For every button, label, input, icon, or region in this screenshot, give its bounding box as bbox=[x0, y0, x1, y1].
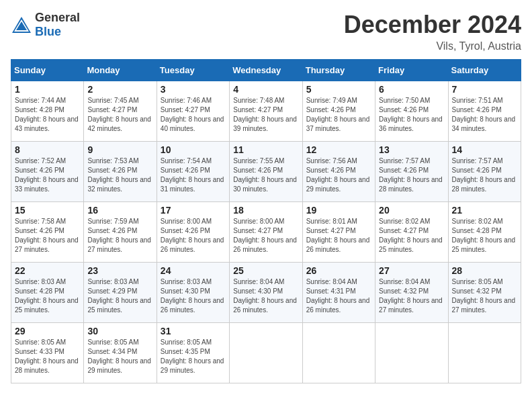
day-info: Sunrise: 8:00 AMSunset: 4:26 PMDaylight:… bbox=[161, 217, 226, 255]
empty-cell bbox=[230, 323, 302, 383]
day-number: 30 bbox=[87, 326, 152, 336]
calendar-day-10: 10Sunrise: 7:54 AMSunset: 4:26 PMDayligh… bbox=[157, 142, 229, 202]
day-header-saturday: Saturday bbox=[448, 60, 521, 81]
day-number: 24 bbox=[161, 265, 226, 276]
day-number: 6 bbox=[379, 84, 444, 95]
calendar-day-6: 6Sunrise: 7:50 AMSunset: 4:26 PMDaylight… bbox=[375, 81, 448, 142]
day-info: Sunrise: 8:02 AMSunset: 4:28 PMDaylight:… bbox=[452, 217, 517, 255]
calendar-day-31: 31Sunrise: 8:05 AMSunset: 4:35 PMDayligh… bbox=[157, 323, 229, 383]
page-header: General Blue December 2024 Vils, Tyrol, … bbox=[11, 11, 521, 52]
day-header-sunday: Sunday bbox=[11, 60, 84, 81]
month-title: December 2024 bbox=[344, 11, 521, 39]
day-info: Sunrise: 7:55 AMSunset: 4:26 PMDaylight:… bbox=[233, 156, 298, 194]
calendar-day-13: 13Sunrise: 7:57 AMSunset: 4:26 PMDayligh… bbox=[375, 142, 448, 202]
day-number: 18 bbox=[233, 205, 298, 216]
day-number: 8 bbox=[15, 144, 80, 155]
day-info: Sunrise: 7:56 AMSunset: 4:26 PMDaylight:… bbox=[306, 156, 371, 194]
calendar-day-14: 14Sunrise: 7:57 AMSunset: 4:26 PMDayligh… bbox=[448, 142, 521, 202]
calendar-day-21: 21Sunrise: 8:02 AMSunset: 4:28 PMDayligh… bbox=[448, 202, 521, 263]
day-number: 20 bbox=[379, 205, 444, 216]
day-number: 19 bbox=[306, 205, 371, 216]
day-number: 14 bbox=[452, 144, 517, 155]
calendar-day-5: 5Sunrise: 7:49 AMSunset: 4:26 PMDaylight… bbox=[302, 81, 375, 142]
calendar-day-1: 1Sunrise: 7:44 AMSunset: 4:28 PMDaylight… bbox=[11, 81, 84, 142]
day-info: Sunrise: 7:57 AMSunset: 4:26 PMDaylight:… bbox=[379, 156, 444, 194]
calendar-day-9: 9Sunrise: 7:53 AMSunset: 4:26 PMDaylight… bbox=[84, 142, 157, 202]
day-info: Sunrise: 8:03 AMSunset: 4:29 PMDaylight:… bbox=[87, 277, 152, 315]
calendar-day-30: 30Sunrise: 8:05 AMSunset: 4:34 PMDayligh… bbox=[84, 323, 157, 383]
day-info: Sunrise: 7:44 AMSunset: 4:28 PMDaylight:… bbox=[15, 96, 80, 134]
calendar-day-20: 20Sunrise: 8:02 AMSunset: 4:27 PMDayligh… bbox=[375, 202, 448, 263]
day-number: 31 bbox=[161, 326, 226, 336]
day-info: Sunrise: 7:45 AMSunset: 4:27 PMDaylight:… bbox=[87, 96, 152, 134]
day-number: 28 bbox=[452, 265, 517, 276]
calendar-day-12: 12Sunrise: 7:56 AMSunset: 4:26 PMDayligh… bbox=[302, 142, 375, 202]
day-info: Sunrise: 8:03 AMSunset: 4:30 PMDaylight:… bbox=[161, 277, 226, 315]
calendar-day-11: 11Sunrise: 7:55 AMSunset: 4:26 PMDayligh… bbox=[230, 142, 302, 202]
day-info: Sunrise: 8:04 AMSunset: 4:31 PMDaylight:… bbox=[306, 277, 371, 315]
day-number: 10 bbox=[161, 144, 226, 155]
day-number: 26 bbox=[306, 265, 371, 276]
day-info: Sunrise: 7:48 AMSunset: 4:27 PMDaylight:… bbox=[233, 96, 298, 134]
day-number: 3 bbox=[161, 84, 226, 95]
logo-icon bbox=[11, 15, 32, 34]
day-info: Sunrise: 7:46 AMSunset: 4:27 PMDaylight:… bbox=[161, 96, 226, 134]
day-number: 9 bbox=[87, 144, 152, 155]
day-number: 25 bbox=[233, 265, 298, 276]
day-info: Sunrise: 7:49 AMSunset: 4:26 PMDaylight:… bbox=[306, 96, 371, 134]
calendar-day-16: 16Sunrise: 7:59 AMSunset: 4:26 PMDayligh… bbox=[84, 202, 157, 263]
day-number: 4 bbox=[233, 84, 298, 95]
day-info: Sunrise: 7:51 AMSunset: 4:26 PMDaylight:… bbox=[452, 96, 517, 134]
day-info: Sunrise: 7:57 AMSunset: 4:26 PMDaylight:… bbox=[452, 156, 517, 194]
calendar-day-27: 27Sunrise: 8:04 AMSunset: 4:32 PMDayligh… bbox=[375, 263, 448, 323]
calendar-day-3: 3Sunrise: 7:46 AMSunset: 4:27 PMDaylight… bbox=[157, 81, 229, 142]
day-number: 15 bbox=[15, 205, 80, 216]
calendar-day-28: 28Sunrise: 8:05 AMSunset: 4:32 PMDayligh… bbox=[448, 263, 521, 323]
day-info: Sunrise: 7:53 AMSunset: 4:26 PMDaylight:… bbox=[87, 156, 152, 194]
day-number: 12 bbox=[306, 144, 371, 155]
calendar-day-26: 26Sunrise: 8:04 AMSunset: 4:31 PMDayligh… bbox=[302, 263, 375, 323]
calendar: SundayMondayTuesdayWednesdayThursdayFrid… bbox=[11, 59, 521, 383]
day-number: 22 bbox=[15, 265, 80, 276]
day-number: 27 bbox=[379, 265, 444, 276]
logo: General Blue bbox=[11, 11, 80, 39]
day-info: Sunrise: 7:50 AMSunset: 4:26 PMDaylight:… bbox=[379, 96, 444, 134]
day-header-friday: Friday bbox=[375, 60, 448, 81]
day-number: 13 bbox=[379, 144, 444, 155]
day-info: Sunrise: 7:52 AMSunset: 4:26 PMDaylight:… bbox=[15, 156, 80, 194]
calendar-day-4: 4Sunrise: 7:48 AMSunset: 4:27 PMDaylight… bbox=[230, 81, 302, 142]
empty-cell bbox=[302, 323, 375, 383]
calendar-day-22: 22Sunrise: 8:03 AMSunset: 4:28 PMDayligh… bbox=[11, 263, 84, 323]
day-info: Sunrise: 7:59 AMSunset: 4:26 PMDaylight:… bbox=[87, 217, 152, 255]
calendar-day-19: 19Sunrise: 8:01 AMSunset: 4:27 PMDayligh… bbox=[302, 202, 375, 263]
empty-cell bbox=[375, 323, 448, 383]
day-number: 29 bbox=[15, 326, 80, 336]
calendar-day-17: 17Sunrise: 8:00 AMSunset: 4:26 PMDayligh… bbox=[157, 202, 229, 263]
calendar-day-18: 18Sunrise: 8:00 AMSunset: 4:27 PMDayligh… bbox=[230, 202, 302, 263]
calendar-day-25: 25Sunrise: 8:04 AMSunset: 4:30 PMDayligh… bbox=[230, 263, 302, 323]
day-header-thursday: Thursday bbox=[302, 60, 375, 81]
calendar-day-8: 8Sunrise: 7:52 AMSunset: 4:26 PMDaylight… bbox=[11, 142, 84, 202]
day-info: Sunrise: 8:03 AMSunset: 4:28 PMDaylight:… bbox=[15, 277, 80, 315]
calendar-day-29: 29Sunrise: 8:05 AMSunset: 4:33 PMDayligh… bbox=[11, 323, 84, 383]
day-info: Sunrise: 8:05 AMSunset: 4:35 PMDaylight:… bbox=[161, 338, 226, 375]
day-info: Sunrise: 8:05 AMSunset: 4:34 PMDaylight:… bbox=[87, 338, 152, 375]
calendar-day-15: 15Sunrise: 7:58 AMSunset: 4:26 PMDayligh… bbox=[11, 202, 84, 263]
day-number: 16 bbox=[87, 205, 152, 216]
day-number: 2 bbox=[87, 84, 152, 95]
day-info: Sunrise: 8:05 AMSunset: 4:32 PMDaylight:… bbox=[452, 277, 517, 315]
calendar-day-24: 24Sunrise: 8:03 AMSunset: 4:30 PMDayligh… bbox=[157, 263, 229, 323]
day-header-monday: Monday bbox=[84, 60, 157, 81]
day-info: Sunrise: 8:01 AMSunset: 4:27 PMDaylight:… bbox=[306, 217, 371, 255]
day-number: 23 bbox=[87, 265, 152, 276]
day-info: Sunrise: 8:04 AMSunset: 4:32 PMDaylight:… bbox=[379, 277, 444, 315]
logo-text: General Blue bbox=[35, 11, 80, 39]
day-info: Sunrise: 8:04 AMSunset: 4:30 PMDaylight:… bbox=[233, 277, 298, 315]
day-info: Sunrise: 7:54 AMSunset: 4:26 PMDaylight:… bbox=[161, 156, 226, 194]
day-number: 21 bbox=[452, 205, 517, 216]
day-number: 7 bbox=[452, 84, 517, 95]
title-area: December 2024 Vils, Tyrol, Austria bbox=[344, 11, 521, 52]
logo-blue: Blue bbox=[35, 25, 61, 38]
day-header-wednesday: Wednesday bbox=[230, 60, 302, 81]
day-info: Sunrise: 7:58 AMSunset: 4:26 PMDaylight:… bbox=[15, 217, 80, 255]
